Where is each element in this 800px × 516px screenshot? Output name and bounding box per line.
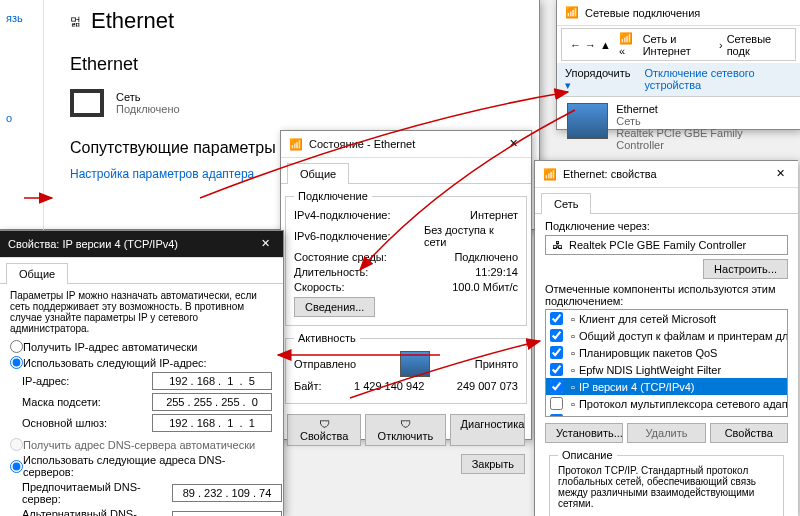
network-icon: 📶 <box>543 168 557 181</box>
bytes-sent: 1 429 140 942 <box>354 380 424 392</box>
network-status: Подключено <box>116 103 180 115</box>
network-icon: 📶 <box>289 138 303 151</box>
component-icon: ▫ <box>571 313 575 325</box>
breadcrumb[interactable]: ←→▲ 📶 « Сеть и Интернет› Сетевые подк <box>561 28 796 61</box>
component-item[interactable]: ▫Общий доступ к файлам и принтерам для с… <box>546 327 787 344</box>
ip-address-input[interactable] <box>152 372 272 390</box>
network-name: Сеть <box>116 91 180 103</box>
component-item[interactable]: ▫Протокол мультиплексора сетевого адапте… <box>546 395 787 412</box>
organize-menu[interactable]: Упорядочить ▾ <box>565 67 630 92</box>
component-checkbox[interactable] <box>550 363 563 376</box>
component-icon: ▫ <box>571 415 575 418</box>
tab-network[interactable]: Сеть <box>541 193 591 214</box>
info-text: Параметры IP можно назначать автоматичес… <box>10 290 273 334</box>
component-item[interactable]: ▫Планировщик пакетов QoS <box>546 344 787 361</box>
details-button[interactable]: Сведения... <box>294 297 375 317</box>
disable-button[interactable]: 🛡 Отключить <box>365 414 445 446</box>
folder-icon: 📶 <box>565 6 579 19</box>
ip-auto-radio[interactable] <box>10 340 23 353</box>
component-checkbox[interactable] <box>550 329 563 342</box>
description-text: Протокол TCP/IP. Стандартный протокол гл… <box>558 465 775 509</box>
component-checkbox[interactable] <box>550 312 563 325</box>
component-checkbox[interactable] <box>550 346 563 359</box>
window-title: Состояние - Ethernet <box>309 138 415 150</box>
component-item[interactable]: ▫Драйвер протокола LLDP (Майкрософт) <box>546 412 787 417</box>
titlebar: Свойства: IP версии 4 (TCP/IPv4) ✕ <box>0 231 283 258</box>
group-connection: Подключение <box>294 190 372 202</box>
install-button[interactable]: Установить... <box>545 423 623 443</box>
diagnose-button[interactable]: Диагностика <box>450 414 525 446</box>
component-item[interactable]: ▫Клиент для сетей Microsoft <box>546 310 787 327</box>
activity-icon <box>400 351 430 377</box>
component-icon: ▫ <box>571 398 575 410</box>
titlebar: 📶 Сетевые подключения <box>557 0 800 26</box>
component-item[interactable]: ▫IP версии 4 (TCP/IPv4) <box>546 378 787 395</box>
titlebar: 📶 Состояние - Ethernet ✕ <box>281 131 531 158</box>
close-icon[interactable]: ✕ <box>261 237 275 251</box>
label: Отмеченные компоненты используются этим … <box>545 283 788 307</box>
dns-manual-radio[interactable] <box>10 460 23 473</box>
component-checkbox[interactable] <box>550 380 563 393</box>
window-title: Сетевые подключения <box>585 7 700 19</box>
window-title: Ethernet: свойства <box>563 168 657 180</box>
close-icon[interactable]: ✕ <box>776 167 790 181</box>
component-list[interactable]: ▫Клиент для сетей Microsoft▫Общий доступ… <box>545 309 788 417</box>
connection-net: Сеть <box>616 115 790 127</box>
ip-manual-radio[interactable] <box>10 356 23 369</box>
dns2-input[interactable] <box>172 511 282 516</box>
dns1-input[interactable] <box>172 484 282 502</box>
properties-button[interactable]: 🛡 Свойства <box>287 414 361 446</box>
connection-item[interactable]: Ethernet Сеть Realtek PCIe GBE Family Co… <box>557 97 800 157</box>
network-item[interactable]: Сеть Подключено <box>70 89 523 117</box>
component-icon: ▫ <box>571 330 575 342</box>
section-title: Ethernet <box>70 54 523 75</box>
connection-adapter: Realtek PCIe GBE Family Controller <box>616 127 790 151</box>
component-properties-button[interactable]: Свойства <box>710 423 788 443</box>
component-icon: ▫ <box>571 381 575 393</box>
remove-button[interactable]: Удалить <box>627 423 705 443</box>
component-icon: ▫ <box>571 347 575 359</box>
group-activity: Активность <box>294 332 360 344</box>
bytes-recv: 249 007 073 <box>457 380 518 392</box>
gateway-input[interactable] <box>152 414 272 432</box>
component-item[interactable]: ▫Epfw NDIS LightWeight Filter <box>546 361 787 378</box>
disable-device[interactable]: Отключение сетевого устройства <box>644 67 792 92</box>
sidebar-item[interactable]: о <box>0 108 43 128</box>
component-icon: ▫ <box>571 364 575 376</box>
subnet-mask-input[interactable] <box>152 393 272 411</box>
close-icon[interactable]: ✕ <box>509 137 523 151</box>
tab-general[interactable]: Общие <box>6 263 68 284</box>
window-title: Свойства: IP версии 4 (TCP/IPv4) <box>8 238 178 250</box>
label: Подключение через: <box>545 220 788 232</box>
component-checkbox[interactable] <box>550 414 563 417</box>
configure-button[interactable]: Настроить... <box>703 259 788 279</box>
tab-general[interactable]: Общие <box>287 163 349 184</box>
component-checkbox[interactable] <box>550 397 563 410</box>
connection-name: Ethernet <box>616 103 790 115</box>
adapter-icon: 🖧 <box>552 239 563 251</box>
ethernet-adapter-icon <box>567 103 608 139</box>
dns-auto-radio <box>10 438 23 451</box>
ethernet-icon: 멂 <box>70 14 81 29</box>
titlebar: 📶 Ethernet: свойства ✕ <box>535 161 798 188</box>
adapter-name: Realtek PCIe GBE Family Controller <box>569 239 746 251</box>
sidebar-item[interactable]: язь <box>0 8 43 28</box>
close-button[interactable]: Закрыть <box>461 454 525 474</box>
page-heading: Ethernet <box>91 8 174 34</box>
